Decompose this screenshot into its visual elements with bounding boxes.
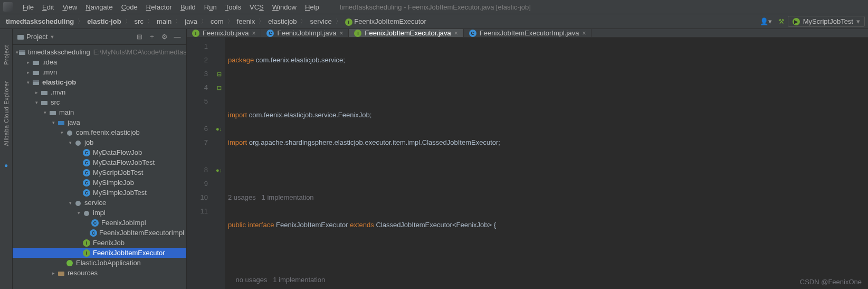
tree-node[interactable]: ▸resources [13,268,186,278]
tree-node[interactable]: IFeenixJobItemExecutor [13,248,186,258]
crumb[interactable]: feenix [234,17,258,25]
code-editor[interactable]: 1234567891011 ⊟ ⊟ ●↓ ●↓ package com.feen… [187,38,868,289]
tree-node[interactable]: ▾main [13,107,186,117]
tree-arrow-icon[interactable]: ▾ [24,80,32,85]
close-tab-icon[interactable]: × [339,30,343,37]
tree-label: resources [68,269,98,277]
svg-point-14 [84,211,89,216]
crumb[interactable]: java [182,17,200,25]
tree-node[interactable]: ▾service [13,198,186,208]
tree-arrow-icon[interactable]: ▸ [33,90,40,95]
tree-node[interactable]: CMyDataFlowJob [13,147,186,157]
crumb[interactable]: elasticjob [265,17,299,25]
tree-node[interactable]: ▸.mvn [13,87,186,97]
menu-help[interactable]: Help [301,2,323,13]
tree-node[interactable]: CFeenixJobImpl [13,218,186,228]
tree-node[interactable]: ▸.mvn [13,67,186,77]
tool-window-project[interactable]: Project [3,45,9,65]
editor-tab[interactable]: CFeenixJobImpl.java× [261,29,349,37]
menu-edit[interactable]: Edit [39,2,58,13]
menu-tools[interactable]: Tools [222,2,245,13]
tree-node[interactable]: ▾java [13,117,186,127]
build-button[interactable]: ⚒ [778,17,785,25]
tree-label: MySimpleJob [93,179,134,187]
inlay-hint[interactable]: no usages 1 implementation [235,276,325,284]
tree-node[interactable]: CMyScriptJobTest [13,167,186,178]
crumb[interactable]: src [132,17,146,25]
code-content[interactable]: package com.feenix.elasticjob.service; i… [225,38,868,289]
svg-rect-3 [33,61,39,65]
run-configuration-selector[interactable]: ▶ MyScriptJobTest ▾ [788,16,865,27]
crumb[interactable]: com [208,17,226,25]
tree-node[interactable]: ▾impl [13,208,186,218]
select-opened-file-button[interactable]: ⊟ [135,32,144,42]
crumb[interactable]: service [307,17,334,25]
editor-tab[interactable]: IFeenixJobItemExecutor.java× [349,29,463,37]
menu-navigate[interactable]: Navigate [82,2,116,13]
tree-node[interactable]: ▾job [13,137,186,147]
hide-button[interactable]: — [173,32,182,42]
tree-label: FeenixJobImpl [101,219,146,227]
inlay-hint[interactable]: 2 usages 1 implementation [228,193,314,201]
close-tab-icon[interactable]: × [582,30,586,37]
menu-run[interactable]: Run [201,2,221,13]
crumb[interactable]: main [154,17,174,25]
tree-node[interactable]: ▾com.feenix.elasticjob [13,127,186,137]
editor-tab[interactable]: CFeenixJobItemExecutorImpl.java× [464,29,592,37]
gutter-implemented-icon[interactable]: ●↓ [213,163,225,177]
tree-arrow-icon[interactable]: ▸ [50,271,57,276]
tree-node[interactable]: CMySimpleJob [13,178,186,188]
crumb-root[interactable]: timedtaskscheduling [3,17,77,25]
line-number: 1 [187,40,208,53]
folder-icon [40,88,49,97]
editor-tab[interactable]: IFeenixJob.java× [187,29,261,37]
tree-node[interactable]: ▾elastic-job [13,77,186,87]
user-icon[interactable]: 👤▾ [760,17,772,25]
gutter-implemented-icon[interactable]: ●↓ [213,122,225,136]
tree-node[interactable]: ▾src [13,97,186,107]
tree-arrow-icon[interactable]: ▾ [66,140,74,145]
menu-view[interactable]: View [59,2,81,13]
tree-arrow-icon[interactable]: ▾ [75,210,82,216]
menu-file[interactable]: File [19,2,37,13]
tree-node[interactable]: ElasticJobApplication [13,258,186,268]
gutter-import-fold-icon[interactable]: ⊟ [213,81,225,95]
package-icon [74,138,82,147]
tree-arrow-icon[interactable]: ▸ [24,70,32,75]
expand-all-button[interactable]: ÷ [147,32,157,42]
tree-arrow-icon[interactable]: ▾ [50,120,57,125]
tree-node[interactable]: CMySimpleJobTest [13,188,186,198]
tree-label: java [68,118,80,126]
tree-node[interactable]: CMyDataFlowJobTest [13,157,186,167]
tree-node[interactable]: ▸.idea [13,57,186,67]
crumb[interactable]: elastic-job [84,17,123,25]
menu-window[interactable]: Window [269,2,300,13]
tree-arrow-icon[interactable]: ▾ [66,200,74,206]
tree-node[interactable]: ▾timedtaskschedulingE:\MyNuts\MCA\code\t… [13,47,186,57]
menu-vcs[interactable]: VCS [246,2,268,13]
project-panel-selector[interactable]: Project ▼ [17,33,54,41]
close-tab-icon[interactable]: × [252,30,255,37]
project-tree[interactable]: ▾timedtaskschedulingE:\MyNuts\MCA\code\t… [13,45,186,289]
menu-build[interactable]: Build [177,2,199,13]
tool-window-alibaba[interactable]: Alibaba Cloud Explorer [3,81,9,146]
interface-icon: I [345,18,352,26]
cloud-toolkit-icon[interactable]: ● [4,162,8,169]
tree-node[interactable]: CFeenixJobItemExecutorImpl [13,228,186,238]
close-tab-icon[interactable]: × [454,30,458,37]
tree-arrow-icon[interactable]: ▸ [24,60,32,65]
menu-refactor[interactable]: Refactor [142,2,176,13]
tree-arrow-icon[interactable]: ▾ [41,110,49,115]
tree-label: src [51,98,60,106]
tree-node[interactable]: IFeenixJob [13,238,186,248]
tree-arrow-icon[interactable]: ▾ [33,100,40,105]
crumb-current[interactable]: I FeenixJobItemExecutor [342,17,429,26]
gutter-import-fold-icon[interactable]: ⊟ [213,67,225,81]
line-number: 2 [187,53,208,67]
line-number: 6 [187,122,208,136]
settings-gear-icon[interactable]: ⚙ [160,32,169,42]
menu-code[interactable]: Code [118,2,141,13]
interface-icon: I [82,249,91,257]
class-icon: C [82,169,91,177]
tree-arrow-icon[interactable]: ▾ [58,130,65,135]
